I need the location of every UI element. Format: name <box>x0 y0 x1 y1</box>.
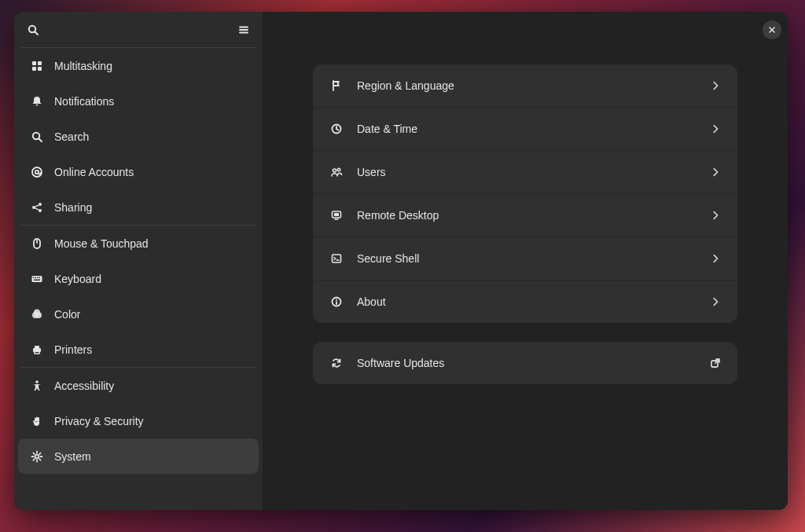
search-button[interactable] <box>20 17 46 42</box>
sidebar-item-label: Keyboard <box>54 273 101 285</box>
settings-window: Multitasking Notifications Search Online… <box>14 12 788 510</box>
bell-icon <box>29 94 45 109</box>
close-icon <box>767 25 777 35</box>
system-row-remote[interactable]: Remote Desktop <box>313 194 737 237</box>
system-row-datetime[interactable]: Date & Time <box>313 108 737 151</box>
menu-button[interactable] <box>231 17 256 42</box>
clock-icon <box>329 121 344 137</box>
body-icon <box>29 378 45 394</box>
chevron-right-icon <box>709 79 722 92</box>
chevron-right-icon <box>709 123 722 135</box>
sidebar-item-label: Multitasking <box>54 60 112 72</box>
sidebar-item-label: Printers <box>54 343 92 356</box>
sidebar-item-search[interactable]: Search <box>18 119 259 154</box>
gear-icon <box>29 449 45 464</box>
search-icon <box>25 22 41 38</box>
main-content: Region & Language Date & Time Users Remo… <box>263 47 788 510</box>
chevron-right-icon <box>709 252 722 265</box>
search-icon <box>29 129 45 145</box>
external-link-icon <box>709 357 722 369</box>
grid-icon <box>29 58 45 74</box>
system-row-label: Region & Language <box>357 79 709 92</box>
system-row-label: Users <box>357 166 709 178</box>
chevron-right-icon <box>709 295 722 308</box>
keyboard-icon <box>29 271 45 287</box>
sidebar-item-label: Sharing <box>54 201 92 214</box>
remote-icon <box>329 207 344 223</box>
sidebar-item-label: Online Accounts <box>54 166 134 178</box>
sidebar-item-label: Mouse & Touchpad <box>54 237 149 250</box>
chevron-right-icon <box>709 209 722 222</box>
sidebar-item-notifications[interactable]: Notifications <box>18 83 259 119</box>
sidebar-item-label: Search <box>54 130 89 143</box>
sidebar-item-online[interactable]: Online Accounts <box>18 154 259 189</box>
hand-icon <box>29 413 45 429</box>
system-rows-group: Region & Language Date & Time Users Remo… <box>313 64 737 323</box>
sidebar-item-privacy[interactable]: Privacy & Security <box>18 403 259 438</box>
sidebar: Multitasking Notifications Search Online… <box>14 12 263 510</box>
system-row-region[interactable]: Region & Language <box>313 64 737 108</box>
system-row-secure[interactable]: Secure Shell <box>313 237 737 281</box>
refresh-icon <box>329 355 344 371</box>
sidebar-item-multitasking[interactable]: Multitasking <box>18 48 259 83</box>
info-icon <box>329 294 344 310</box>
printer-icon <box>29 342 45 358</box>
system-row-label: Software Updates <box>357 357 709 369</box>
sidebar-item-sharing[interactable]: Sharing <box>18 189 259 225</box>
close-button[interactable] <box>763 20 781 39</box>
system-updates-group: Software Updates <box>313 342 737 384</box>
chevron-right-icon <box>709 166 722 178</box>
mouse-icon <box>29 236 45 251</box>
share-icon <box>29 200 45 215</box>
overlap-icon <box>29 306 45 322</box>
hamburger-icon <box>236 22 252 38</box>
sidebar-item-system[interactable]: System <box>18 438 259 474</box>
system-row-users[interactable]: Users <box>313 151 737 194</box>
sidebar-list: Multitasking Notifications Search Online… <box>14 47 263 510</box>
sidebar-item-accessibility[interactable]: Accessibility <box>18 368 259 403</box>
system-row-label: Date & Time <box>357 123 709 135</box>
people-icon <box>329 164 344 180</box>
system-row-about[interactable]: About <box>313 281 737 323</box>
sidebar-header <box>14 12 263 47</box>
sidebar-item-label: System <box>54 450 91 463</box>
sidebar-item-label: Accessibility <box>54 380 114 392</box>
sidebar-item-label: Notifications <box>54 95 114 108</box>
sidebar-item-mouse[interactable]: Mouse & Touchpad <box>18 226 259 261</box>
sidebar-item-keyboard[interactable]: Keyboard <box>18 261 259 296</box>
sidebar-item-label: Privacy & Security <box>54 415 144 427</box>
main-header <box>263 12 788 47</box>
at-icon <box>29 164 45 180</box>
sidebar-item-color[interactable]: Color <box>18 296 259 332</box>
sidebar-item-label: Color <box>54 308 80 321</box>
system-row-updates[interactable]: Software Updates <box>313 342 737 384</box>
system-row-label: About <box>357 295 709 308</box>
system-row-label: Secure Shell <box>357 252 709 265</box>
terminal-icon <box>329 251 344 266</box>
sidebar-item-printers[interactable]: Printers <box>18 332 259 367</box>
main-panel: Region & Language Date & Time Users Remo… <box>263 12 788 510</box>
flag-icon <box>329 78 344 94</box>
system-row-label: Remote Desktop <box>357 209 709 222</box>
